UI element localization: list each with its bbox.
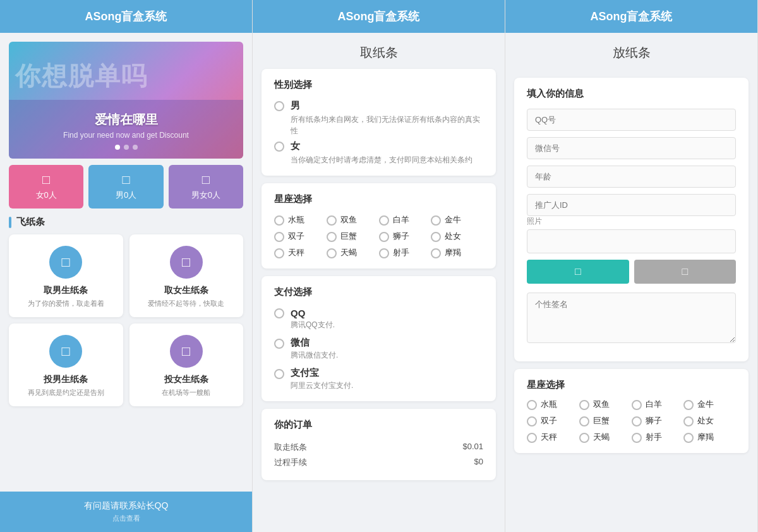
hero-banner[interactable]: 你想脱单吗 爱情在哪里 Find your need now and get D… xyxy=(9,42,243,159)
stat-both-label: 男女0人 xyxy=(174,190,238,201)
right-section-title: 放纸条 xyxy=(505,33,757,69)
zodiac-radio[interactable] xyxy=(632,416,642,426)
male-gender-btn[interactable]: □ xyxy=(527,260,629,284)
photo-upload[interactable] xyxy=(527,229,736,253)
zodiac-radio[interactable] xyxy=(632,433,642,443)
qq-input[interactable] xyxy=(527,109,736,131)
zodiac-radio[interactable] xyxy=(632,400,642,410)
submit-female-desc: 在机场等一艘船 xyxy=(137,388,236,397)
hero-bg-text: 你想脱单吗 xyxy=(15,61,237,91)
zodiac-item[interactable]: 水瓶 xyxy=(527,399,579,410)
action-submit-male[interactable]: □ 投男生纸条 再见到底是约定还是告别 xyxy=(9,323,123,406)
zodiac-radio[interactable] xyxy=(683,400,694,410)
zodiac-label: 水瓶 xyxy=(541,399,557,410)
referrer-input[interactable] xyxy=(527,194,736,216)
zodiac-radio[interactable] xyxy=(431,215,441,226)
zodiac-radio[interactable] xyxy=(527,433,537,443)
payment-label[interactable]: QQ xyxy=(274,307,483,318)
zodiac-item[interactable]: 双子 xyxy=(527,415,579,426)
zodiac-item[interactable]: 摩羯 xyxy=(431,247,483,258)
hero-dot-3[interactable] xyxy=(133,145,138,150)
zodiac-radio[interactable] xyxy=(579,416,589,426)
action-get-male[interactable]: □ 取男生纸条 为了你的爱情，取走着着 xyxy=(9,234,123,317)
wechat-input[interactable] xyxy=(527,137,736,159)
zodiac-item[interactable]: 巨蟹 xyxy=(579,415,632,426)
gender-female-label: 女 xyxy=(291,140,472,152)
zodiac-radio[interactable] xyxy=(274,215,284,226)
payment-item: QQ 腾讯QQ支付. xyxy=(274,307,483,330)
zodiac-item[interactable]: 白羊 xyxy=(632,399,684,410)
zodiac-label: 处女 xyxy=(445,231,461,242)
gender-title: 性别选择 xyxy=(274,79,483,91)
zodiac-radio[interactable] xyxy=(379,248,389,258)
zodiac-label: 双子 xyxy=(288,231,304,242)
zodiac-item[interactable]: 双鱼 xyxy=(327,214,379,226)
payment-label[interactable]: 支付宝 xyxy=(274,367,483,379)
zodiac-radio[interactable] xyxy=(683,416,694,426)
zodiac-item[interactable]: 射手 xyxy=(632,432,684,443)
age-input[interactable] xyxy=(527,166,736,188)
action-submit-female[interactable]: □ 投女生纸条 在机场等一艘船 xyxy=(129,323,244,406)
zodiac-item[interactable]: 处女 xyxy=(683,415,736,426)
stat-male-label: 男0人 xyxy=(93,190,158,201)
zodiac-item[interactable]: 双子 xyxy=(274,231,327,242)
zodiac-item[interactable]: 天秤 xyxy=(274,247,327,258)
payment-radio[interactable] xyxy=(274,308,284,318)
payment-radio[interactable] xyxy=(274,369,284,379)
zodiac-item[interactable]: 天蝎 xyxy=(327,247,379,258)
zodiac-item[interactable]: 金牛 xyxy=(683,399,736,410)
zodiac-radio[interactable] xyxy=(431,232,441,242)
payment-item: 微信 腾讯微信支付. xyxy=(274,337,483,361)
order-row-value: $0.01 xyxy=(462,442,483,453)
gender-male-item[interactable]: 男 所有纸条均来自网友，我们无法保证所有纸条内容的真实性 xyxy=(274,100,483,136)
zodiac-item[interactable]: 狮子 xyxy=(632,415,684,426)
hero-dot-1[interactable] xyxy=(115,145,120,150)
zodiac-label: 天蝎 xyxy=(593,432,610,443)
zodiac-title: 星座选择 xyxy=(274,193,483,205)
payment-section: 支付选择 QQ 腾讯QQ支付. 微信 腾讯微信支付. 支付宝 阿里云支付宝支付. xyxy=(262,276,496,401)
payment-label[interactable]: 微信 xyxy=(274,337,483,349)
zodiac-radio[interactable] xyxy=(274,248,284,258)
zodiac-radio[interactable] xyxy=(327,215,337,226)
action-get-female[interactable]: □ 取女生纸条 爱情经不起等待，快取走 xyxy=(129,234,244,317)
stat-both[interactable]: □ 男女0人 xyxy=(169,165,243,209)
zodiac-item[interactable]: 处女 xyxy=(431,231,483,242)
zodiac-label: 巨蟹 xyxy=(593,415,610,426)
gender-male-radio[interactable] xyxy=(274,101,284,111)
zodiac-item[interactable]: 天秤 xyxy=(527,432,579,443)
photo-label: 照片 xyxy=(527,216,736,227)
zodiac-item[interactable]: 天蝎 xyxy=(579,432,632,443)
stat-male[interactable]: □ 男0人 xyxy=(88,165,163,209)
zodiac-radio[interactable] xyxy=(327,232,337,242)
zodiac-item[interactable]: 双鱼 xyxy=(579,399,632,410)
signature-input[interactable] xyxy=(527,293,736,343)
zodiac-radio[interactable] xyxy=(431,248,441,258)
zodiac-item[interactable]: 狮子 xyxy=(379,231,431,242)
zodiac-radio[interactable] xyxy=(527,400,537,410)
payment-radio[interactable] xyxy=(274,339,284,349)
zodiac-radio[interactable] xyxy=(379,232,389,242)
zodiac-radio[interactable] xyxy=(527,416,537,426)
gender-female-radio[interactable] xyxy=(274,142,284,152)
left-footer[interactable]: 有问题请联系站长QQ 点击查看 xyxy=(0,492,252,532)
zodiac-item[interactable]: 射手 xyxy=(379,247,431,258)
zodiac-radio[interactable] xyxy=(579,400,589,410)
stat-female[interactable]: □ 女0人 xyxy=(9,165,83,209)
hero-dot-2[interactable] xyxy=(124,145,129,150)
zodiac-label: 射手 xyxy=(646,432,662,443)
zodiac-radio[interactable] xyxy=(683,433,694,443)
zodiac-radio[interactable] xyxy=(274,232,284,242)
zodiac-item[interactable]: 巨蟹 xyxy=(327,231,379,242)
zodiac-item[interactable]: 水瓶 xyxy=(274,214,327,226)
left-header: ASong盲盒系统 xyxy=(0,0,252,33)
zodiac-radio[interactable] xyxy=(379,215,389,226)
zodiac-item[interactable]: 摩羯 xyxy=(683,432,736,443)
zodiac-radio[interactable] xyxy=(327,248,337,258)
hero-subtitle: Find your need now and get Discount xyxy=(15,131,237,140)
zodiac-radio[interactable] xyxy=(579,433,589,443)
gender-female-item[interactable]: 女 当你确定支付时请考虑清楚，支付即同意本站相关条约 xyxy=(274,140,483,166)
payment-group: QQ 腾讯QQ支付. 微信 腾讯微信支付. 支付宝 阿里云支付宝支付. xyxy=(274,307,483,391)
zodiac-item[interactable]: 金牛 xyxy=(431,214,483,226)
zodiac-item[interactable]: 白羊 xyxy=(379,214,431,226)
female-gender-btn[interactable]: □ xyxy=(634,260,737,284)
